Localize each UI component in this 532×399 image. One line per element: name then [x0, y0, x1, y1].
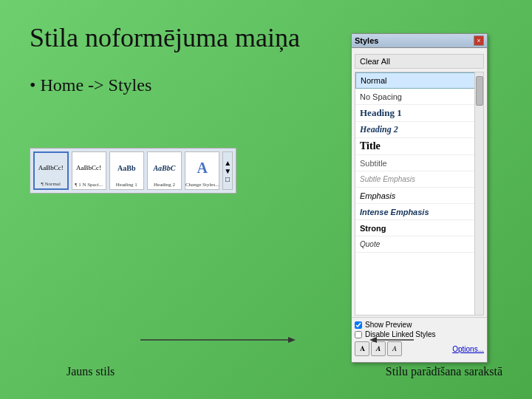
ribbon-scroll-arrow[interactable]: ▲ ▼ □ — [222, 151, 233, 190]
ribbon-style-heading1-preview: AaBb — [112, 154, 142, 182]
style-name-normal: Normal — [361, 76, 471, 85]
ribbon-bar: AaBbCc! ¶ Normal AaBbCc! ¶ 1 N Spaci... … — [30, 148, 236, 194]
panel-title: Styles — [355, 36, 378, 45]
ribbon-style-normal-preview: AaBbCc! — [36, 154, 66, 181]
ribbon-style-no-spacing[interactable]: AaBbCc! ¶ 1 N Spaci... — [72, 151, 106, 190]
style-item-quote[interactable]: Quote ¶ — [355, 236, 483, 253]
style-name-strong: Strong — [360, 224, 472, 233]
style-name-heading1: Heading 1 — [360, 107, 472, 119]
arrows-diagram — [0, 318, 532, 362]
style-name-subtitle: Subtitle — [360, 159, 472, 168]
slide: Stila noformējuma maiņa • Home -> Styles… — [0, 0, 532, 399]
ribbon-style-change-preview: A — [187, 154, 217, 182]
style-item-heading2[interactable]: Heading 2 ¶ — [355, 122, 483, 138]
ribbon-style-no-spacing-label: ¶ 1 N Spaci... — [75, 182, 103, 188]
style-name-emphasis: Emphasis — [360, 191, 472, 200]
style-item-heading1[interactable]: Heading 1 ¶ — [355, 105, 483, 122]
ribbon-style-heading2-label: Heading 2 — [154, 182, 175, 188]
clear-all-button[interactable]: Clear All — [355, 54, 484, 69]
panel-body: Clear All Normal ¶ No Spacing ¶ Heading … — [352, 48, 487, 362]
style-name-title: Title — [360, 140, 472, 152]
ribbon-style-normal[interactable]: AaBbCc! ¶ Normal — [33, 151, 69, 190]
style-item-subtle-em[interactable]: Subtle Emphasis a — [355, 171, 483, 188]
styles-panel: Styles × Clear All Normal ¶ No Spacing ¶… — [351, 33, 488, 363]
bottom-right-label: Stilu parādīšana sarakstā — [386, 365, 502, 378]
style-name-subtle-em: Subtle Emphasis — [360, 175, 472, 183]
ribbon-style-change[interactable]: A Change Styles... — [185, 151, 219, 190]
svg-marker-3 — [369, 337, 377, 343]
svg-marker-1 — [288, 337, 296, 343]
style-name-heading2: Heading 2 — [360, 124, 472, 135]
style-item-intense-em[interactable]: Intense Emphasis a — [355, 204, 483, 220]
bottom-left-label: Jauns stils — [66, 365, 115, 378]
style-item-no-spacing[interactable]: No Spacing ¶ — [355, 89, 483, 105]
style-name-no-spacing: No Spacing — [360, 92, 472, 101]
ribbon-style-heading1-label: Heading 1 — [116, 182, 137, 188]
style-item-subtitle[interactable]: Subtitle ¶ — [355, 155, 483, 171]
style-item-normal[interactable]: Normal ¶ — [355, 72, 483, 89]
ribbon-style-normal-label: ¶ Normal — [41, 181, 61, 187]
scrollbar-thumb[interactable] — [476, 76, 483, 106]
style-name-quote: Quote — [360, 240, 472, 248]
style-item-strong[interactable]: Strong a — [355, 220, 483, 236]
panel-titlebar: Styles × — [352, 34, 487, 48]
panel-close-button[interactable]: × — [474, 35, 484, 46]
ribbon-style-heading2[interactable]: AaBbC Heading 2 — [147, 151, 182, 190]
ribbon-style-heading1[interactable]: AaBb Heading 1 — [109, 151, 144, 190]
ribbon-style-change-label: Change Styles... — [185, 182, 219, 188]
style-item-title[interactable]: Title ¶ — [355, 138, 483, 155]
style-list: Normal ¶ No Spacing ¶ Heading 1 ¶ Headin… — [355, 72, 484, 316]
scrollbar[interactable] — [474, 72, 483, 315]
ribbon-style-no-spacing-preview: AaBbCc! — [74, 154, 104, 182]
style-item-emphasis[interactable]: Emphasis a — [355, 188, 483, 204]
ribbon-style-heading2-preview: AaBbC — [149, 154, 180, 182]
style-name-intense-em: Intense Emphasis — [360, 208, 472, 216]
